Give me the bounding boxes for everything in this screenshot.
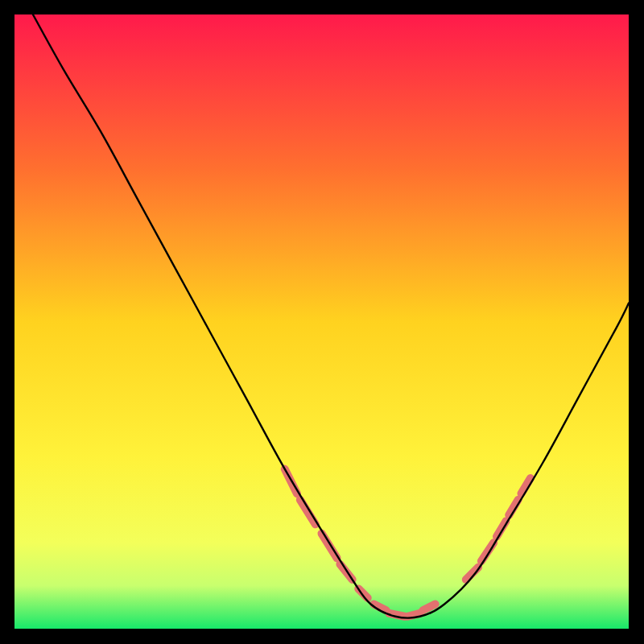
chart-frame: TheBottleneck.com	[14, 14, 629, 629]
highlight-dash	[423, 604, 435, 610]
chart-canvas	[14, 14, 629, 629]
